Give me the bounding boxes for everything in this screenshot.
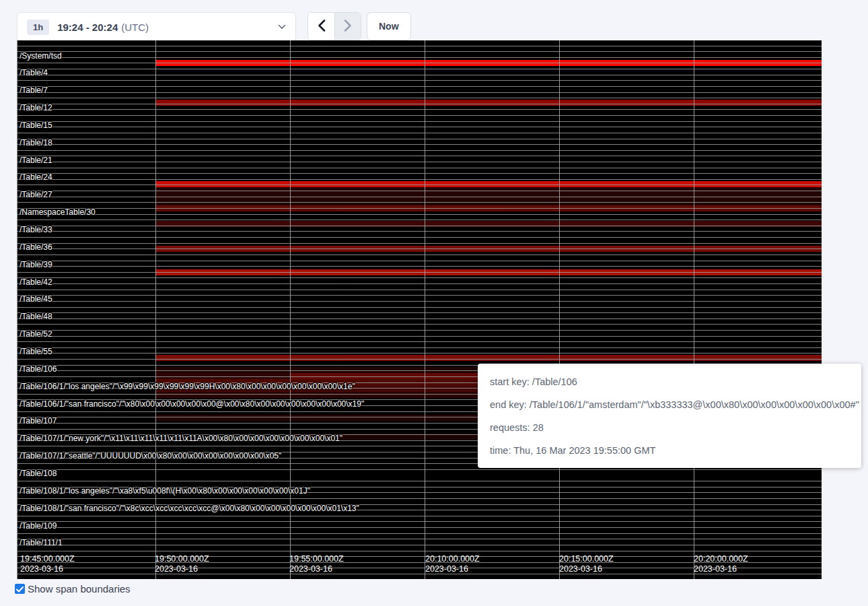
row-label: /Table/111/1 — [20, 539, 63, 547]
row-label: /Table/27 — [20, 191, 52, 199]
vertical-gridline — [559, 40, 560, 579]
row-label: /Table/106/1/"los angeles"/"\x99\x99\x99… — [20, 382, 355, 391]
row-label: /Table/107 — [20, 417, 57, 426]
row-label: /Table/109 — [20, 522, 57, 531]
row-label: /Table/45 — [20, 295, 52, 304]
vertical-gridline — [290, 40, 291, 579]
vertical-gridline — [694, 40, 694, 579]
row-label: /Table/107/1/"new york"/"\x11\x11\x11\x1… — [20, 434, 342, 443]
row-label: /System/tsd — [20, 52, 62, 61]
x-axis-label: 19:55:00.000Z2023-03-16 — [289, 554, 344, 574]
row-label: /Table/15 — [20, 121, 52, 130]
time-range-badge: 1h — [27, 20, 49, 35]
show-span-boundaries-checkbox[interactable] — [15, 584, 25, 594]
row-label: /Table/52 — [20, 330, 52, 339]
time-nav-group — [308, 12, 361, 40]
span-boundaries-control: Show span boundaries — [15, 583, 131, 595]
chevron-down-icon — [278, 24, 286, 30]
tooltip-line: start key: /Table/106 — [490, 370, 849, 393]
row-label: /Table/24 — [20, 173, 52, 182]
row-label: /Table/48 — [20, 312, 52, 321]
row-label: /Table/39 — [20, 261, 52, 269]
row-label: /Table/21 — [20, 156, 52, 165]
row-label: /Table/108/1/"san francisco"/"\x8c\xcc\x… — [20, 504, 359, 513]
row-label: /Table/36 — [20, 243, 52, 252]
x-axis-label: 19:45:00.000Z2023-03-16 — [20, 554, 75, 574]
heatmap-canvas[interactable]: /System/tsd/Table/4/Table/7/Table/12/Tab… — [17, 40, 822, 579]
x-axis-label: 20:10:00.000Z2023-03-16 — [425, 554, 480, 574]
row-label: /Table/106/1/"san francisco"/"\x80\x00\x… — [20, 400, 364, 409]
time-range-select[interactable]: 1h 19:24 - 20:24 (UTC) — [17, 12, 296, 42]
row-label: /Table/108/1/"los angeles"/"\xa8\xf5\u00… — [20, 487, 310, 496]
row-label: /Table/106 — [20, 365, 57, 374]
next-time-button[interactable] — [334, 13, 361, 40]
show-span-boundaries-label: Show span boundaries — [28, 583, 131, 595]
check-icon — [16, 583, 24, 595]
row-label: /Table/4 — [20, 69, 48, 77]
x-axis-label: 20:20:00.000Z2023-03-16 — [694, 554, 748, 574]
row-label: /Table/55 — [20, 347, 52, 356]
chevron-left-icon — [317, 19, 326, 34]
x-axis-label: 19:50:00.000Z2023-03-16 — [155, 554, 209, 574]
prev-time-button[interactable] — [308, 13, 334, 40]
row-label: /Table/107/1/"seattle"/"UUUUUUD\x00\x80\… — [20, 452, 281, 461]
now-button[interactable]: Now — [367, 12, 411, 40]
vertical-gridline — [17, 40, 17, 579]
span-tooltip: start key: /Table/106end key: /Table/106… — [478, 364, 861, 468]
time-range-label: 19:24 - 20:24 — [57, 22, 118, 33]
row-label: /Table/18 — [20, 139, 52, 147]
x-axis-label: 20:15:00.000Z2023-03-16 — [559, 554, 614, 574]
vertical-gridline — [155, 40, 156, 579]
time-range-timezone: (UTC) — [121, 22, 149, 33]
row-label: /Table/33 — [20, 226, 52, 234]
chevron-right-icon — [344, 19, 353, 34]
row-label: /Table/7 — [20, 86, 48, 95]
row-label: /NamespaceTable/30 — [20, 208, 96, 217]
row-label: /Table/108 — [20, 469, 57, 478]
tooltip-line: end key: /Table/106/1/"amsterdam"/"\xb33… — [490, 393, 849, 416]
tooltip-line: requests: 28 — [490, 416, 849, 439]
row-label: /Table/12 — [20, 104, 52, 112]
row-label: /Table/42 — [20, 278, 52, 287]
vertical-gridline — [425, 40, 425, 579]
horizontal-gridlines — [17, 40, 822, 579]
tooltip-line: time: Thu, 16 Mar 2023 19:55:00 GMT — [490, 439, 849, 462]
